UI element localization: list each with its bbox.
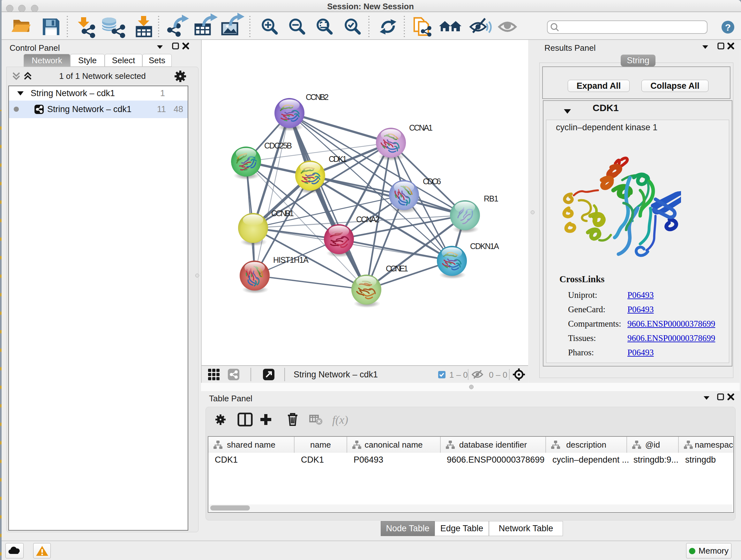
svg-text:CCNB2: CCNB2 <box>306 92 329 102</box>
svg-text:String Network – cdk1: String Network – cdk1 <box>293 370 378 379</box>
svg-text:CDKN1A: CDKN1A <box>470 242 499 251</box>
svg-text:RB1: RB1 <box>484 194 498 203</box>
svg-text:0 – 0: 0 – 0 <box>489 370 508 380</box>
svg-text:1 – 0: 1 – 0 <box>449 370 468 380</box>
svg-text:CDK1: CDK1 <box>329 154 347 164</box>
svg-text:CDC25B: CDC25B <box>264 141 292 150</box>
svg-text:CCNA2: CCNA2 <box>356 215 380 224</box>
svg-text:CDC6: CDC6 <box>423 177 441 186</box>
svg-text:CCNA1: CCNA1 <box>409 123 433 132</box>
svg-text:CCNE1: CCNE1 <box>386 264 408 273</box>
svg-text:CCNB1: CCNB1 <box>271 209 294 218</box>
svg-text:HIST1H1A: HIST1H1A <box>273 255 309 264</box>
svg-text:?: ? <box>725 22 731 33</box>
svg-text:f(x): f(x) <box>332 414 348 426</box>
